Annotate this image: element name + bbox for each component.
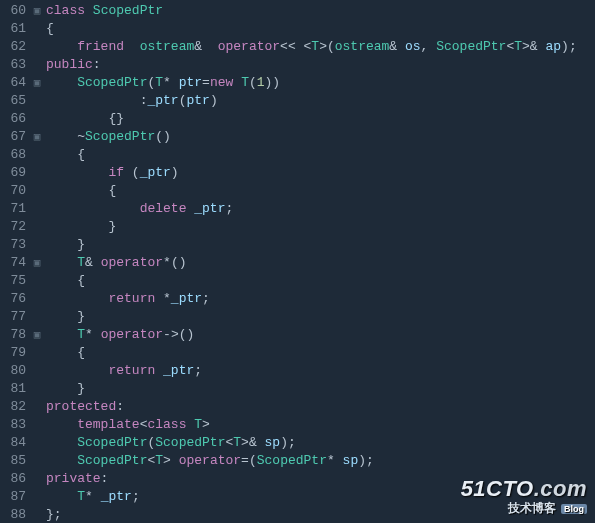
code-line[interactable]: return _ptr; — [46, 362, 591, 380]
fold-spacer — [32, 146, 42, 164]
code-line[interactable]: delete _ptr; — [46, 200, 591, 218]
token-punc — [155, 291, 163, 306]
token-op: * — [327, 453, 335, 468]
code-line[interactable]: protected: — [46, 398, 591, 416]
code-line[interactable]: if (_ptr) — [46, 164, 591, 182]
code-line[interactable]: { — [46, 20, 591, 38]
fold-toggle-icon[interactable]: ▣ — [32, 128, 42, 146]
token-punc — [93, 489, 101, 504]
token-op: ~ — [77, 129, 85, 144]
token-punc — [397, 39, 405, 54]
token-kw: return — [108, 291, 155, 306]
token-punc: ; — [132, 489, 140, 504]
token-kw: delete — [140, 201, 187, 216]
fold-spacer — [32, 272, 42, 290]
code-line[interactable]: T& operator*() — [46, 254, 591, 272]
token-punc — [46, 165, 108, 180]
token-punc — [171, 75, 179, 90]
line-number: 72 — [4, 218, 26, 236]
line-number: 66 — [4, 110, 26, 128]
code-area[interactable]: class ScopedPtr{ friend ostream& operato… — [42, 0, 595, 523]
token-op: * — [163, 255, 171, 270]
fold-spacer — [32, 218, 42, 236]
fold-spacer — [32, 56, 42, 74]
token-brace: {} — [108, 111, 124, 126]
token-kw: new — [210, 75, 233, 90]
token-punc — [46, 309, 77, 324]
code-line[interactable]: T* operator->() — [46, 326, 591, 344]
fold-toggle-icon[interactable]: ▣ — [32, 2, 42, 20]
token-brace: } — [77, 237, 85, 252]
token-punc: ; — [194, 363, 202, 378]
code-line[interactable]: } — [46, 380, 591, 398]
code-line[interactable]: ScopedPtr(T* ptr=new T(1)) — [46, 74, 591, 92]
code-line[interactable]: private: — [46, 470, 591, 488]
code-line[interactable]: { — [46, 272, 591, 290]
line-number: 62 — [4, 38, 26, 56]
token-punc: ); — [561, 39, 577, 54]
fold-spacer — [32, 488, 42, 506]
token-punc: ); — [358, 453, 374, 468]
line-number: 76 — [4, 290, 26, 308]
code-line[interactable]: { — [46, 182, 591, 200]
token-num: 1 — [257, 75, 265, 90]
token-punc — [46, 327, 77, 342]
code-line[interactable]: }; — [46, 506, 591, 523]
token-brace: { — [108, 183, 116, 198]
code-line[interactable]: } — [46, 218, 591, 236]
token-punc — [85, 3, 93, 18]
token-op: & — [85, 255, 93, 270]
line-number: 60 — [4, 2, 26, 20]
fold-toggle-icon[interactable]: ▣ — [32, 254, 42, 272]
code-line[interactable]: } — [46, 236, 591, 254]
token-op: & — [194, 39, 202, 54]
token-type: T — [514, 39, 522, 54]
code-line[interactable]: ScopedPtr<T> operator=(ScopedPtr* sp); — [46, 452, 591, 470]
token-punc — [46, 255, 77, 270]
token-punc: () — [179, 327, 195, 342]
code-line[interactable]: return *_ptr; — [46, 290, 591, 308]
code-line[interactable]: ScopedPtr(ScopedPtr<T>& sp); — [46, 434, 591, 452]
code-line[interactable]: class ScopedPtr — [46, 2, 591, 20]
code-line[interactable]: friend ostream& operator<< <T>(ostream& … — [46, 38, 591, 56]
token-type: ScopedPtr — [77, 75, 147, 90]
fold-spacer — [32, 434, 42, 452]
token-op: & — [389, 39, 397, 54]
fold-spacer — [32, 182, 42, 200]
line-number: 87 — [4, 488, 26, 506]
token-punc: : — [101, 471, 109, 486]
line-number: 74 — [4, 254, 26, 272]
code-line[interactable]: T* _ptr; — [46, 488, 591, 506]
code-line[interactable]: :_ptr(ptr) — [46, 92, 591, 110]
line-number: 82 — [4, 398, 26, 416]
line-number: 65 — [4, 92, 26, 110]
code-line[interactable]: public: — [46, 56, 591, 74]
code-line[interactable]: template<class T> — [46, 416, 591, 434]
line-number: 70 — [4, 182, 26, 200]
code-line[interactable]: {} — [46, 110, 591, 128]
token-punc — [46, 345, 77, 360]
token-punc: ( — [124, 165, 140, 180]
code-line[interactable]: ~ScopedPtr() — [46, 128, 591, 146]
token-punc — [46, 111, 108, 126]
line-number: 71 — [4, 200, 26, 218]
token-punc — [46, 435, 77, 450]
token-punc: ) — [210, 93, 218, 108]
code-editor[interactable]: 6061626364656667686970717273747576777879… — [0, 0, 595, 523]
token-type: ostream — [335, 39, 390, 54]
fold-toggle-icon[interactable]: ▣ — [32, 74, 42, 92]
line-number: 85 — [4, 452, 26, 470]
token-kw: class — [147, 417, 186, 432]
token-punc: : — [93, 57, 101, 72]
fold-toggle-icon[interactable]: ▣ — [32, 326, 42, 344]
token-var: _ptr — [163, 363, 194, 378]
code-line[interactable]: { — [46, 146, 591, 164]
line-number: 88 — [4, 506, 26, 523]
code-line[interactable]: } — [46, 308, 591, 326]
fold-spacer — [32, 236, 42, 254]
token-op: = — [241, 453, 249, 468]
fold-gutter[interactable]: ▣ ▣ ▣ ▣ ▣ — [32, 0, 42, 523]
token-type: ScopedPtr — [155, 435, 225, 450]
line-number: 69 — [4, 164, 26, 182]
code-line[interactable]: { — [46, 344, 591, 362]
